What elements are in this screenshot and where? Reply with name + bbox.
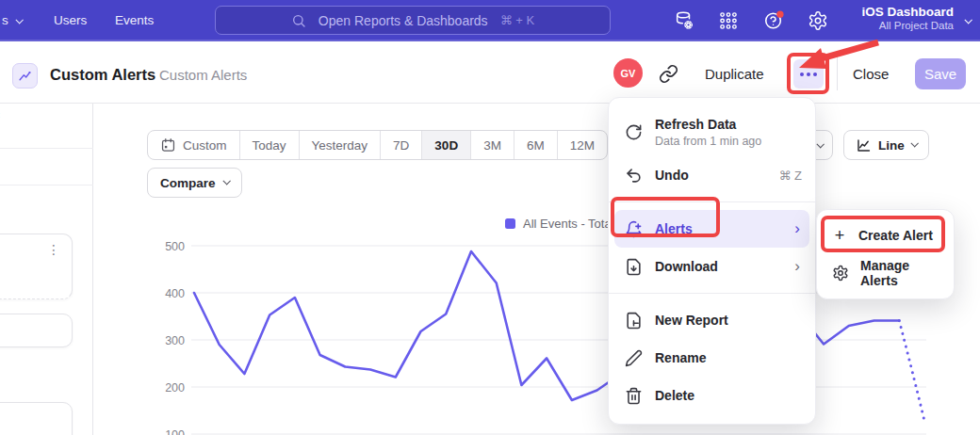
date-range-today[interactable]: Today — [239, 131, 299, 159]
chevron-down-icon — [964, 16, 972, 24]
save-button[interactable]: Save — [915, 58, 966, 89]
panel-row[interactable] — [0, 104, 93, 149]
menu-item-download[interactable]: Download› — [609, 248, 815, 285]
undo-icon — [625, 167, 643, 185]
breadcrumb: Custom Alerts — [159, 67, 247, 83]
undo-shortcut: ⌘ Z — [778, 169, 802, 183]
chevron-right-icon: › — [794, 257, 800, 276]
divider — [837, 56, 838, 90]
settings-gear-icon[interactable] — [808, 10, 828, 31]
menu-item-delete[interactable]: Delete — [609, 377, 815, 414]
top-navbar: s Users Events Open Reports & Dashboards… — [0, 0, 980, 41]
gear-icon — [832, 265, 849, 282]
date-range-7d[interactable]: 7D — [380, 131, 421, 159]
date-range-6m[interactable]: 6M — [514, 131, 557, 159]
date-range-30d[interactable]: 30D — [421, 131, 470, 159]
page-title: Custom Alerts — [50, 66, 155, 84]
panel-row[interactable] — [0, 149, 93, 185]
kebab-menu-icon[interactable]: ⋮ — [47, 242, 60, 257]
search-input[interactable]: Open Reports & Dashboards ⌘ + K — [215, 6, 611, 35]
trash-icon — [625, 387, 643, 405]
line-chart-icon — [856, 137, 872, 153]
menu-item-undo[interactable]: Undo ⌘ Z — [609, 156, 815, 194]
duplicate-button[interactable]: Duplicate — [705, 66, 764, 82]
left-panel: ⋮ — [0, 104, 93, 435]
legend-label: All Events - Total — [523, 217, 614, 231]
date-range-selector: Custom Today Yesterday 7D 30D 3M 6M 12M — [147, 130, 608, 160]
help-icon[interactable] — [763, 10, 784, 31]
submenu-item-create-alert[interactable]: + Create Alert — [817, 217, 954, 254]
svg-text:100: 100 — [165, 428, 185, 435]
refresh-icon — [625, 123, 643, 141]
menu-item-rename[interactable]: Rename — [609, 339, 815, 377]
avatar[interactable]: GV — [613, 58, 643, 88]
chevron-right-icon: › — [794, 219, 800, 238]
svg-text:300: 300 — [165, 334, 185, 347]
chart-legend: All Events - Total — [505, 217, 614, 231]
pencil-icon — [625, 349, 643, 367]
close-button[interactable]: Close — [853, 66, 889, 82]
data-settings-icon[interactable] — [674, 10, 694, 31]
copy-link-icon[interactable] — [659, 64, 678, 84]
date-range-12m[interactable]: 12M — [557, 131, 607, 159]
nav-item-fragment[interactable]: s — [2, 13, 22, 27]
project-name: iOS Dashboard — [861, 5, 954, 19]
apps-grid-icon[interactable] — [718, 10, 739, 31]
compare-button[interactable]: Compare — [147, 168, 242, 198]
svg-text:400: 400 — [165, 287, 185, 300]
refresh-subtitle: Data from 1 min ago — [655, 135, 761, 148]
menu-item-new-report[interactable]: New Report — [609, 301, 815, 339]
nav-item-events[interactable]: Events — [115, 13, 154, 27]
submenu-item-manage-alerts[interactable]: Manage Alerts — [817, 254, 954, 292]
chevron-down-icon — [222, 177, 230, 185]
project-selector[interactable]: iOS Dashboard All Project Data — [861, 5, 954, 31]
chart-type-button[interactable]: Line — [843, 130, 929, 160]
file-download-icon — [625, 258, 643, 276]
context-menu: Refresh DataData from 1 min ago Undo ⌘ Z… — [608, 97, 816, 425]
search-shortcut: ⌘ + K — [500, 13, 535, 27]
more-options-button[interactable] — [793, 59, 824, 89]
search-placeholder: Open Reports & Dashboards — [318, 13, 488, 28]
menu-item-refresh-data[interactable]: Refresh DataData from 1 min ago — [609, 107, 815, 156]
svg-text:500: 500 — [165, 240, 185, 253]
date-range-3m[interactable]: 3M — [470, 131, 514, 159]
report-header: ‹ Custom Alerts Custom Alerts GV Duplica… — [0, 41, 980, 104]
chevron-down-icon — [816, 140, 824, 148]
calendar-icon — [160, 137, 176, 153]
menu-item-alerts[interactable]: Alerts› — [614, 210, 809, 248]
app-window: 500400300200100 All Events - Total s Use… — [0, 0, 980, 435]
legend-swatch — [505, 218, 515, 229]
chevron-down-icon — [15, 16, 23, 24]
plus-icon: + — [832, 226, 847, 246]
panel-card[interactable]: ⋮ — [0, 234, 73, 299]
report-type-icon — [12, 63, 38, 89]
date-range-custom[interactable]: Custom — [148, 131, 239, 159]
bell-plus-icon — [625, 220, 643, 238]
alerts-submenu: + Create Alert Manage Alerts — [816, 209, 955, 299]
menu-divider — [609, 293, 815, 294]
panel-card[interactable] — [0, 402, 73, 435]
chevron-down-icon — [910, 139, 918, 147]
date-range-yesterday[interactable]: Yesterday — [299, 131, 381, 159]
panel-card[interactable] — [0, 314, 73, 347]
svg-text:200: 200 — [165, 381, 185, 395]
nav-item-users[interactable]: Users — [54, 13, 87, 27]
menu-divider — [609, 201, 815, 202]
search-icon — [291, 13, 306, 28]
file-plus-icon — [625, 312, 643, 330]
project-scope: All Project Data — [861, 20, 954, 31]
